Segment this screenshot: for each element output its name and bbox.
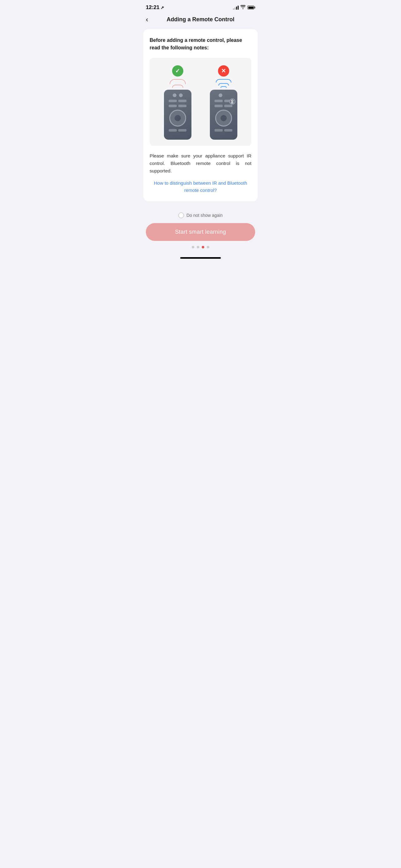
time-display: 12:21 xyxy=(146,4,159,11)
signal-icon xyxy=(233,5,239,10)
bad-remote-dpad xyxy=(215,110,232,127)
start-smart-learning-button[interactable]: Start smart learning xyxy=(146,223,255,241)
bad-badge: ✕ xyxy=(218,65,229,76)
do-not-show-checkbox[interactable]: Do not show again xyxy=(178,213,223,218)
good-badge: ✓ xyxy=(172,65,183,76)
status-bar: 12:21 ↗ xyxy=(140,0,261,13)
wifi-icon xyxy=(240,5,245,10)
home-bar xyxy=(180,257,221,259)
ir-bluetooth-link[interactable]: How to distinguish between IR and Blueto… xyxy=(149,180,252,194)
ir-waves xyxy=(170,79,186,88)
home-indicator xyxy=(140,255,261,262)
nav-bar: ‹ Adding a Remote Control xyxy=(140,13,261,28)
location-arrow-icon: ↗ xyxy=(161,5,164,10)
do-not-show-label: Do not show again xyxy=(187,213,223,218)
bt-waves xyxy=(216,79,231,88)
page-dot-1 xyxy=(192,246,194,248)
description-text: Please make sure your appliance support … xyxy=(149,152,252,175)
illustration: ✓ xyxy=(149,58,252,146)
page-title: Adding a Remote Control xyxy=(167,16,235,23)
good-remote-wrapper: ✓ xyxy=(164,65,192,140)
page-dot-3-active xyxy=(202,246,204,248)
good-remote xyxy=(164,90,192,140)
good-remote-dpad xyxy=(169,110,186,127)
bad-remote-wrapper: ✕ xyxy=(210,65,237,140)
page-dots xyxy=(140,241,261,255)
bottom-area: Do not show again Start smart learning xyxy=(140,206,261,241)
page-dot-4 xyxy=(207,246,209,248)
status-icons xyxy=(233,5,255,10)
note-text: Before adding a remote control, please r… xyxy=(149,36,252,52)
radio-button[interactable] xyxy=(178,213,184,218)
page-dot-2 xyxy=(197,246,199,248)
back-button[interactable]: ‹ xyxy=(146,16,148,24)
main-card: Before adding a remote control, please r… xyxy=(143,29,258,201)
bad-remote xyxy=(210,90,237,140)
battery-icon xyxy=(247,6,255,9)
status-time: 12:21 ↗ xyxy=(146,4,164,11)
bluetooth-overlay-icon xyxy=(229,98,235,105)
